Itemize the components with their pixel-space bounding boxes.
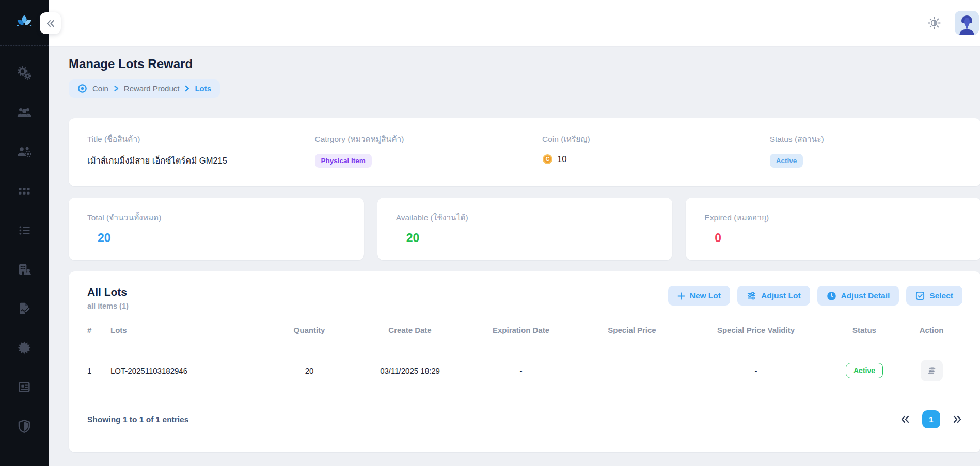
chevrons-left-icon bbox=[900, 415, 910, 424]
butterfly-logo-icon bbox=[14, 12, 35, 33]
sidebar-nav bbox=[17, 46, 32, 434]
lots-table: # Lots Quantity Create Date Expiration D… bbox=[87, 326, 962, 388]
svg-text:C: C bbox=[546, 156, 550, 162]
stat-card-total: Total (จำนวนทั้งหมด) 20 bbox=[69, 198, 364, 260]
stat-total-label: Total (จำนวนทั้งหมด) bbox=[87, 211, 345, 224]
sidebar-item-news[interactable] bbox=[17, 379, 32, 395]
row-action-button[interactable] bbox=[921, 360, 943, 381]
checkbox-check-icon bbox=[915, 291, 925, 300]
app: Manage Lots Reward Coin Reward Product L… bbox=[0, 0, 980, 466]
sidebar-item-list[interactable] bbox=[17, 222, 32, 238]
stat-card-available: Available (ใช้งานได้) 20 bbox=[377, 198, 673, 260]
badge-burst-icon bbox=[17, 340, 32, 356]
product-title-field: Title (ชื่อสินค้า) เม้าส์เกมมิ่งมีสาย เอ… bbox=[87, 133, 315, 168]
chevrons-right-icon bbox=[953, 415, 962, 424]
table-row: 1 LOT-20251103182946 20 03/11/2025 18:29… bbox=[87, 344, 962, 388]
product-title-label: Title (ชื่อสินค้า) bbox=[87, 133, 315, 146]
clock-icon bbox=[827, 291, 836, 301]
building-user-icon bbox=[17, 262, 32, 277]
select-button[interactable]: Select bbox=[906, 286, 962, 306]
pagination: 1 bbox=[900, 410, 962, 428]
breadcrumb-item-coin[interactable]: Coin bbox=[92, 84, 108, 93]
document-pen-icon bbox=[17, 301, 32, 316]
pagination-next-button[interactable] bbox=[953, 415, 962, 424]
showing-entries-text: Showing 1 to 1 of 1 entries bbox=[87, 415, 188, 424]
page-title: Manage Lots Reward bbox=[69, 57, 980, 71]
pagination-prev-button[interactable] bbox=[900, 415, 910, 424]
col-number: # bbox=[87, 326, 110, 344]
main-area: Manage Lots Reward Coin Reward Product L… bbox=[49, 0, 980, 466]
sidebar-item-users[interactable] bbox=[17, 105, 32, 120]
theme-toggle-button[interactable] bbox=[927, 16, 941, 30]
product-status-label: Status (สถานะ) bbox=[770, 133, 962, 146]
stat-available-label: Available (ใช้งานได้) bbox=[396, 211, 654, 224]
col-action: Action bbox=[900, 326, 962, 344]
sidebar-item-organization[interactable] bbox=[17, 262, 32, 277]
product-coin-label: Coin (เหรียญ) bbox=[542, 133, 770, 146]
chevrons-left-icon bbox=[46, 20, 55, 27]
gears-icon bbox=[17, 66, 31, 81]
product-coin-value: 10 bbox=[557, 154, 566, 164]
col-expiration-date: Expiration Date bbox=[462, 326, 580, 344]
stat-total-value: 20 bbox=[87, 231, 345, 245]
sun-moon-icon bbox=[927, 16, 941, 30]
sidebar-item-rewards[interactable] bbox=[17, 340, 32, 356]
col-lots: Lots bbox=[110, 326, 260, 344]
product-category-label: Catrgory (หมวดหมู่สินค้า) bbox=[315, 133, 543, 146]
stat-cards: Total (จำนวนทั้งหมด) 20 Available (ใช้งา… bbox=[69, 198, 980, 260]
all-lots-card: All Lots all items (1) New Lot bbox=[69, 271, 980, 452]
coin-icon: C bbox=[542, 154, 553, 165]
cell-expiration-date: - bbox=[462, 344, 580, 388]
breadcrumb-item-lots[interactable]: Lots bbox=[195, 84, 211, 93]
shield-icon bbox=[17, 419, 32, 434]
product-status-field: Status (สถานะ) Active bbox=[770, 133, 962, 168]
lots-toolbar: New Lot Adjust Lot bbox=[668, 286, 962, 306]
row-status-badge: Active bbox=[846, 363, 883, 378]
coin-stack-icon bbox=[926, 365, 937, 376]
cell-quantity: 20 bbox=[260, 344, 358, 388]
sidebar-item-security[interactable] bbox=[17, 419, 32, 434]
cell-create-date: 03/11/2025 18:29 bbox=[358, 344, 462, 388]
adjust-detail-button[interactable]: Adjust Detail bbox=[817, 286, 899, 306]
newspaper-icon bbox=[17, 379, 32, 395]
users-gear-icon bbox=[17, 144, 32, 159]
sidebar-item-contracts[interactable] bbox=[17, 301, 32, 316]
category-badge: Physical Item bbox=[315, 154, 372, 168]
sidebar-collapse-button[interactable] bbox=[40, 12, 61, 34]
sidebar bbox=[0, 0, 49, 466]
cell-number: 1 bbox=[87, 344, 110, 388]
users-group-icon bbox=[17, 105, 32, 120]
chevron-right-icon bbox=[114, 85, 119, 92]
breadcrumb: Coin Reward Product Lots bbox=[69, 79, 220, 98]
chevron-right-icon bbox=[184, 85, 189, 92]
product-info-card: Title (ชื่อสินค้า) เม้าส์เกมมิ่งมีสาย เอ… bbox=[69, 118, 980, 186]
stat-expired-label: Expired (หมดอายุ) bbox=[704, 211, 962, 224]
stat-card-expired: Expired (หมดอายุ) 0 bbox=[686, 198, 980, 260]
avatar-illustration bbox=[955, 11, 979, 35]
col-status: Status bbox=[828, 326, 900, 344]
content: Manage Lots Reward Coin Reward Product L… bbox=[49, 46, 980, 466]
new-lot-button[interactable]: New Lot bbox=[668, 286, 730, 306]
sidebar-item-apps[interactable] bbox=[17, 183, 32, 199]
col-quantity: Quantity bbox=[260, 326, 358, 344]
status-badge: Active bbox=[770, 154, 803, 168]
stat-expired-value: 0 bbox=[704, 231, 962, 245]
table-header-row: # Lots Quantity Create Date Expiration D… bbox=[87, 326, 962, 344]
grid-dots-icon bbox=[17, 184, 31, 198]
topbar bbox=[49, 0, 980, 46]
product-title-value: เม้าส์เกมมิ่งมีสาย เอ็กซ์ไตร์คมี GM215 bbox=[87, 154, 315, 167]
pagination-page-1-button[interactable]: 1 bbox=[922, 410, 940, 428]
stat-available-value: 20 bbox=[396, 231, 654, 245]
col-special-price: Special Price bbox=[580, 326, 684, 344]
list-icon bbox=[17, 223, 31, 237]
sidebar-item-user-management[interactable] bbox=[17, 144, 32, 159]
cell-special-price-validity: - bbox=[684, 344, 828, 388]
user-avatar[interactable] bbox=[955, 11, 979, 35]
sidebar-item-settings[interactable] bbox=[17, 66, 32, 81]
plus-icon bbox=[677, 292, 685, 300]
adjust-lot-button[interactable]: Adjust Lot bbox=[737, 286, 810, 306]
breadcrumb-item-reward-product[interactable]: Reward Product bbox=[124, 84, 180, 93]
col-create-date: Create Date bbox=[358, 326, 462, 344]
all-lots-count: all items (1) bbox=[87, 302, 129, 310]
product-category-field: Catrgory (หมวดหมู่สินค้า) Physical Item bbox=[315, 133, 543, 168]
